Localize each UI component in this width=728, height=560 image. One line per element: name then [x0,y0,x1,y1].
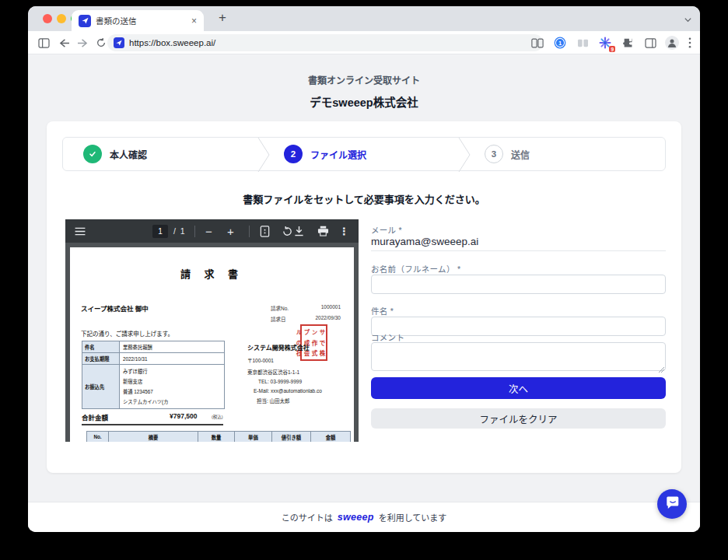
inactive-extension-icon[interactable] [575,35,590,51]
extensions-puzzle-icon[interactable] [620,35,635,51]
tab-strip: 書類の送信 × + [28,6,700,31]
rotate-icon[interactable] [282,219,293,243]
back-button[interactable] [54,31,73,54]
pdf-current-page[interactable]: 1 [152,219,168,243]
split-view-icon[interactable] [530,35,545,51]
pdf-menu-icon[interactable] [75,219,86,243]
invoice-no-value: 1000001 [297,304,341,310]
print-icon[interactable] [317,219,329,243]
next-button[interactable]: 次へ [371,377,666,399]
profile-avatar[interactable] [665,36,679,50]
sweeep-logo: sweeep [338,512,374,523]
email-divider [371,250,666,251]
subject-label: 件名 * [371,305,394,317]
new-tab-button[interactable]: + [213,9,232,27]
invoice-total-label: 合計金額 [82,412,108,422]
url-text: https://box.sweeep.ai/ [129,38,215,47]
zoom-in-icon[interactable]: + [227,219,234,243]
subject-input[interactable] [371,317,666,336]
invoice-title: 請 求 書 [70,266,354,281]
pdf-toolbar-divider [194,219,195,243]
password-manager-extension-icon[interactable]: 1 [552,35,568,51]
invoice-date-label: 請求日 [271,315,286,323]
invoice-total-value: ¥797,500 [170,412,197,420]
pdf-viewer: 1 / 1 − + [65,219,359,442]
footer-text-suffix: を利用しています [379,511,447,523]
name-input[interactable] [371,275,666,294]
chat-launcher-button[interactable] [657,489,687,519]
address-bar[interactable]: https://box.sweeep.ai/ [107,34,543,51]
email-value: murayama@sweeep.ai [371,236,478,247]
page-content: 書類オンライン受取サイト デモsweeep株式会社 本人確認 2 ファイル選択 [28,54,700,532]
stepper: 本人確認 2 ファイル選択 3 送信 [62,137,666,171]
side-panel-icon[interactable] [642,35,658,51]
step-number: 3 [485,145,503,163]
site-title: 書類オンライン受取サイト [28,73,700,86]
step-separator [457,138,471,175]
textarea-resize-grip[interactable] [659,367,664,373]
side-panel-toggle-icon[interactable] [34,31,53,54]
upload-form: メール * murayama@sweeep.ai お名前（フルネーム） * 件名… [371,219,666,442]
clear-file-button[interactable]: ファイルをクリア [371,408,666,429]
comment-label: コメント [371,331,404,343]
tab-title: 書類の送信 [96,15,187,26]
step-file-selection: 2 ファイル選択 [264,138,464,170]
forward-button[interactable] [73,31,92,54]
footer-text-prefix: このサイトは [282,511,333,523]
name-label: お名前（フルネーム） * [371,263,460,275]
invoice-date-value: 2022/09/30 [297,315,341,320]
step-send: 3 送信 [464,138,665,170]
browser-tab[interactable]: 書類の送信 × [72,10,204,31]
email-label: メール * [371,224,402,236]
extension-with-badge-icon[interactable]: 9 [597,35,613,51]
fit-page-icon[interactable] [260,219,270,243]
step-number: 2 [284,145,303,163]
browser-window: 書類の送信 × + https://box.sweeep.ai/ [28,6,700,532]
chat-bubble-icon [664,495,680,513]
company-title: デモsweeep株式会社 [28,93,700,110]
browser-menu-icon[interactable] [686,35,694,51]
invoice-total-note: (税込) [212,414,223,420]
extension-badge-count: 9 [609,46,615,52]
download-icon[interactable] [294,219,304,243]
site-footer: このサイトは sweeep を利用しています [28,502,700,532]
instruction-text: 書類ファイルをセットして必要事項を入力ください。 [47,191,681,206]
browser-toolbar: https://box.sweeep.ai/ 1 9 [28,31,700,54]
invoice-addressee: スイープ株式会社 御中 [81,303,149,313]
pdf-toolbar-divider [249,219,250,243]
comment-textarea[interactable] [371,342,666,371]
minimize-window-button[interactable] [57,14,66,23]
pdf-more-icon[interactable]: ⋮ [339,219,349,243]
invoice-no-label: 請求No. [271,304,289,312]
tab-search-chevron-icon[interactable] [684,13,692,27]
invoice-total-underline [82,424,223,425]
svg-text:1: 1 [558,40,562,47]
site-favicon [114,37,124,48]
invoice-items-header: No. 摘要 数量 単価 値引き額 金額 [86,431,351,442]
close-window-button[interactable] [43,14,52,23]
invoice-greeting: 下記の通り、ご請求申し上げます。 [81,329,173,338]
sweeep-favicon [79,15,91,27]
invoice-document[interactable]: 請 求 書 スイープ株式会社 御中 請求No. 1000001 請求日 2022… [70,247,354,442]
pdf-page-total: / 1 [173,219,185,243]
pdf-toolbar: 1 / 1 − + [65,219,359,243]
step-separator [257,138,271,175]
invoice-issuer-block: システム開発株式会社 〒100-0001 東京都渋谷区渋谷1-1-1 TEL: … [247,343,322,408]
main-card: 本人確認 2 ファイル選択 3 送信 書類ファイルをセットして [47,121,681,473]
step-identity-verification: 本人確認 [63,138,264,170]
invoice-detail-table: 件名 業務委託報酬 お支払期限 2022/10/31 お振込先 みずほ銀行 新宿… [82,341,225,409]
zoom-out-icon[interactable]: − [205,219,212,243]
tab-close-icon[interactable]: × [191,16,197,26]
check-icon [83,145,102,163]
